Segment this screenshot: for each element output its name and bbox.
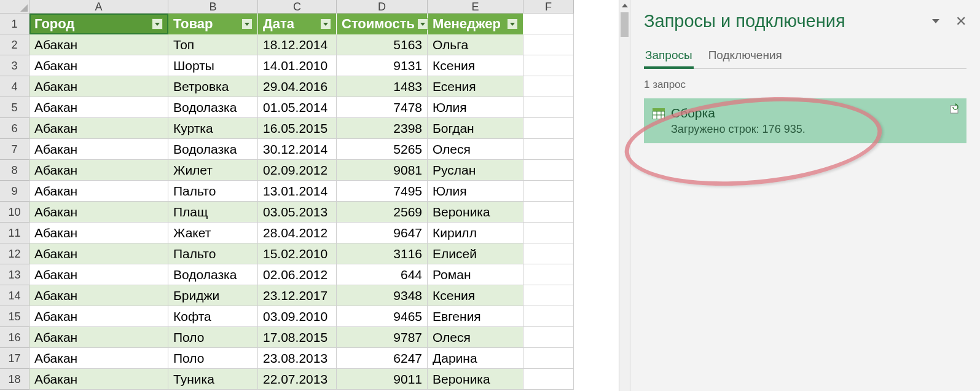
data-cell[interactable]: Руслан bbox=[428, 160, 523, 181]
data-cell[interactable]: Дарина bbox=[428, 348, 523, 369]
data-cell[interactable]: Вероника bbox=[428, 202, 523, 223]
data-cell[interactable]: 9131 bbox=[337, 55, 428, 76]
data-cell[interactable]: Есения bbox=[428, 76, 523, 97]
data-cell[interactable]: Куртка bbox=[168, 118, 258, 139]
data-cell[interactable]: Плащ bbox=[168, 202, 258, 223]
empty-cell[interactable] bbox=[523, 76, 574, 97]
empty-cell[interactable] bbox=[523, 118, 574, 139]
data-cell[interactable]: Елисей bbox=[428, 243, 523, 264]
empty-cell[interactable] bbox=[523, 181, 574, 202]
data-cell[interactable]: Абакан bbox=[29, 327, 168, 348]
data-cell[interactable]: 7495 bbox=[337, 181, 428, 202]
data-cell[interactable]: 15.02.2010 bbox=[258, 243, 337, 264]
select-all-corner[interactable] bbox=[0, 0, 29, 14]
data-cell[interactable]: Абакан bbox=[29, 285, 168, 306]
data-cell[interactable]: Водолазка bbox=[168, 139, 258, 160]
data-cell[interactable]: 22.07.2013 bbox=[258, 369, 337, 390]
row-header[interactable]: 5 bbox=[0, 97, 29, 118]
row-header[interactable]: 13 bbox=[0, 264, 29, 285]
empty-cell[interactable] bbox=[523, 97, 574, 118]
row-header[interactable]: 3 bbox=[0, 55, 29, 76]
data-cell[interactable]: 9348 bbox=[337, 285, 428, 306]
empty-cell[interactable] bbox=[523, 348, 574, 369]
row-header[interactable]: 7 bbox=[0, 139, 29, 160]
data-cell[interactable]: Кофта bbox=[168, 306, 258, 327]
data-cell[interactable]: Абакан bbox=[29, 34, 168, 55]
data-cell[interactable]: Абакан bbox=[29, 243, 168, 264]
data-cell[interactable]: 30.12.2014 bbox=[258, 139, 337, 160]
data-cell[interactable]: Юлия bbox=[428, 181, 523, 202]
data-cell[interactable]: Евгения bbox=[428, 306, 523, 327]
data-cell[interactable]: 2398 bbox=[337, 118, 428, 139]
column-header-A[interactable]: A bbox=[29, 0, 168, 14]
data-cell[interactable]: 5265 bbox=[337, 139, 428, 160]
data-cell[interactable]: Абакан bbox=[29, 306, 168, 327]
row-header[interactable]: 12 bbox=[0, 243, 29, 264]
data-cell[interactable]: 16.05.2015 bbox=[258, 118, 337, 139]
data-cell[interactable]: 9647 bbox=[337, 223, 428, 243]
data-cell[interactable]: Абакан bbox=[29, 202, 168, 223]
data-cell[interactable]: Бриджи bbox=[168, 285, 258, 306]
data-cell[interactable]: 2569 bbox=[337, 202, 428, 223]
empty-cell[interactable] bbox=[523, 243, 574, 264]
tab-connections[interactable]: Подключения bbox=[707, 44, 783, 68]
filter-dropdown-icon[interactable] bbox=[507, 18, 518, 30]
row-header[interactable]: 10 bbox=[0, 202, 29, 223]
empty-cell[interactable] bbox=[523, 55, 574, 76]
data-cell[interactable]: Абакан bbox=[29, 139, 168, 160]
data-cell[interactable]: Кирилл bbox=[428, 223, 523, 243]
data-cell[interactable]: 29.04.2016 bbox=[258, 76, 337, 97]
data-cell[interactable]: 9787 bbox=[337, 327, 428, 348]
data-cell[interactable]: Роман bbox=[428, 264, 523, 285]
column-header-E[interactable]: E bbox=[428, 0, 523, 14]
column-header-C[interactable]: C bbox=[258, 0, 337, 14]
data-cell[interactable]: Абакан bbox=[29, 118, 168, 139]
data-cell[interactable]: 23.08.2013 bbox=[258, 348, 337, 369]
empty-cell[interactable] bbox=[523, 285, 574, 306]
row-header[interactable]: 1 bbox=[0, 14, 29, 34]
filter-dropdown-icon[interactable] bbox=[320, 18, 331, 30]
data-cell[interactable]: 6247 bbox=[337, 348, 428, 369]
row-header[interactable]: 16 bbox=[0, 327, 29, 348]
data-cell[interactable]: Богдан bbox=[428, 118, 523, 139]
data-cell[interactable]: 13.01.2014 bbox=[258, 181, 337, 202]
data-cell[interactable]: Топ bbox=[168, 34, 258, 55]
data-cell[interactable]: Поло bbox=[168, 348, 258, 369]
data-cell[interactable]: Ветровка bbox=[168, 76, 258, 97]
column-header-D[interactable]: D bbox=[337, 0, 428, 14]
scroll-up-icon[interactable] bbox=[619, 0, 630, 11]
data-cell[interactable]: Поло bbox=[168, 327, 258, 348]
data-cell[interactable]: Олеся bbox=[428, 327, 523, 348]
table-header-3[interactable]: Стоимость bbox=[337, 14, 428, 34]
data-cell[interactable]: 03.05.2013 bbox=[258, 202, 337, 223]
empty-cell[interactable] bbox=[523, 369, 574, 390]
data-cell[interactable]: Вероника bbox=[428, 369, 523, 390]
empty-cell[interactable] bbox=[523, 264, 574, 285]
table-header-2[interactable]: Дата bbox=[258, 14, 337, 34]
table-header-1[interactable]: Товар bbox=[168, 14, 258, 34]
data-cell[interactable]: Абакан bbox=[29, 55, 168, 76]
empty-cell[interactable] bbox=[523, 327, 574, 348]
refresh-icon[interactable] bbox=[949, 103, 960, 114]
vertical-scrollbar[interactable] bbox=[619, 0, 630, 391]
data-cell[interactable]: Ольга bbox=[428, 34, 523, 55]
data-cell[interactable]: Абакан bbox=[29, 97, 168, 118]
row-header[interactable]: 6 bbox=[0, 118, 29, 139]
close-icon[interactable]: ✕ bbox=[955, 15, 966, 28]
data-cell[interactable]: Жакет bbox=[168, 223, 258, 243]
empty-cell[interactable] bbox=[523, 223, 574, 243]
data-cell[interactable]: 9081 bbox=[337, 160, 428, 181]
data-cell[interactable]: Абакан bbox=[29, 160, 168, 181]
empty-cell[interactable] bbox=[523, 202, 574, 223]
column-header-F[interactable]: F bbox=[523, 0, 574, 14]
data-cell[interactable]: 14.01.2010 bbox=[258, 55, 337, 76]
data-cell[interactable]: Водолазка bbox=[168, 97, 258, 118]
row-header[interactable]: 2 bbox=[0, 34, 29, 55]
data-cell[interactable]: Абакан bbox=[29, 369, 168, 390]
data-cell[interactable]: 02.06.2012 bbox=[258, 264, 337, 285]
filter-dropdown-icon[interactable] bbox=[152, 18, 163, 30]
row-header[interactable]: 14 bbox=[0, 285, 29, 306]
data-cell[interactable]: 7478 bbox=[337, 97, 428, 118]
data-cell[interactable]: Ксения bbox=[428, 55, 523, 76]
data-cell[interactable]: Ксения bbox=[428, 285, 523, 306]
